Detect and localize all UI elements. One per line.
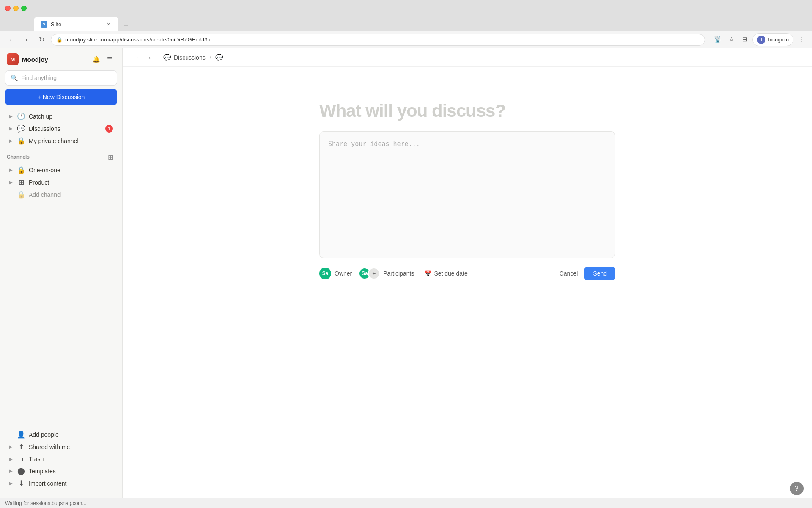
- owner-label: Owner: [335, 270, 352, 277]
- search-icon: 🔍: [11, 75, 18, 81]
- browser-tab[interactable]: S Slite ✕: [34, 17, 118, 31]
- discussion-body-input[interactable]: [319, 131, 615, 258]
- sidebar-item-discussions[interactable]: ▶ 💬 Discussions 1: [3, 122, 120, 135]
- sidebar-item-one-on-one[interactable]: ▶ 🔒 One-on-one: [3, 164, 120, 176]
- new-discussion-label: + New Discussion: [38, 94, 85, 100]
- due-date-button[interactable]: 📅 Set due date: [421, 268, 471, 279]
- shared-with-me-icon: ⬆: [17, 443, 25, 451]
- new-tab-button[interactable]: +: [120, 19, 132, 31]
- chevron-icon: ▶: [9, 444, 13, 449]
- new-discussion-button[interactable]: + New Discussion: [5, 89, 117, 105]
- import-content-icon: ⬇: [17, 479, 25, 487]
- discussion-form: [319, 101, 615, 260]
- breadcrumb-new-icon: 💬: [215, 54, 223, 61]
- send-button[interactable]: Send: [584, 267, 615, 280]
- lock-icon: 🔒: [56, 37, 63, 43]
- owner-section: Sa Owner: [319, 268, 352, 279]
- sidebar-item-private-channel[interactable]: ▶ 🔒 My private channel: [3, 135, 120, 147]
- sidebar-item-add-channel[interactable]: ▶ 🔒 Add channel: [3, 188, 120, 201]
- chevron-icon: ▶: [9, 457, 13, 461]
- discussion-create-area: Sa Owner Sa + Participants 📅 Set due dat…: [123, 67, 812, 498]
- chevron-icon: ▶: [9, 180, 13, 185]
- cast-icon[interactable]: 📡: [712, 33, 724, 45]
- participants-label: Participants: [383, 270, 414, 277]
- trash-label: Trash: [29, 456, 113, 462]
- discussions-icon: 💬: [17, 124, 25, 133]
- search-placeholder-text: Find anything: [21, 75, 57, 81]
- workspace-name[interactable]: M Moodjoy: [7, 53, 48, 65]
- breadcrumb-new-discussion[interactable]: 💬: [213, 52, 226, 63]
- sidebar-item-catch-up[interactable]: ▶ 🕐 Catch up: [3, 110, 120, 122]
- sidebar-item-trash[interactable]: ▶ 🗑 Trash: [3, 453, 120, 465]
- layout-button[interactable]: ☰: [104, 53, 115, 65]
- header-actions: 🔔 ☰: [90, 53, 115, 65]
- participants-avatars: Sa +: [359, 268, 380, 279]
- url-bar[interactable]: 🔒 moodjoy.slite.com/app/discussions/crea…: [51, 34, 705, 46]
- product-label: Product: [29, 179, 113, 186]
- sidebar-item-product[interactable]: ▶ ⊞ Product: [3, 176, 120, 188]
- private-channel-label: My private channel: [29, 138, 113, 144]
- catch-up-icon: 🕐: [17, 112, 25, 120]
- url-text: moodjoy.slite.com/app/discussions/create…: [65, 36, 211, 43]
- due-date-label: Set due date: [434, 270, 467, 277]
- sidebar-item-shared-with-me[interactable]: ▶ ⬆ Shared with me: [3, 441, 120, 453]
- add-people-icon: 👤: [17, 431, 25, 439]
- reload-button[interactable]: ↻: [36, 34, 47, 46]
- notifications-button[interactable]: 🔔: [90, 53, 102, 65]
- breadcrumb-bar: ‹ › 💬 Discussions / 💬: [123, 48, 812, 67]
- profile-button[interactable]: I Incognito: [752, 33, 793, 46]
- chevron-icon: ▶: [9, 481, 13, 486]
- browser-chrome: S Slite ✕ + ‹ › ↻ 🔒 moodjoy.slite.com/ap…: [0, 0, 812, 48]
- breadcrumb-nav: ‹ ›: [131, 52, 156, 64]
- address-bar: ‹ › ↻ 🔒 moodjoy.slite.com/app/discussion…: [0, 31, 812, 48]
- add-participant-button[interactable]: +: [368, 268, 380, 279]
- sidebar-item-templates[interactable]: ▶ ⬤ Templates: [3, 465, 120, 477]
- help-button[interactable]: ?: [790, 482, 804, 495]
- breadcrumb-discussions-label: Discussions: [174, 54, 206, 61]
- minimize-traffic-light[interactable]: [13, 6, 19, 11]
- sidebar-icon[interactable]: ⊟: [739, 33, 751, 45]
- catch-up-label: Catch up: [29, 113, 113, 120]
- import-content-label: Import content: [29, 480, 113, 487]
- profile-label: Incognito: [768, 37, 789, 43]
- sidebar-header: M Moodjoy 🔔 ☰: [0, 48, 122, 69]
- discussions-badge: 1: [105, 125, 113, 133]
- browser-toolbar: 📡 ☆ ⊟ I Incognito ⋮: [712, 33, 807, 46]
- breadcrumb-discussions[interactable]: 💬 Discussions: [161, 52, 208, 63]
- private-channel-icon: 🔒: [17, 137, 25, 145]
- discussion-actions-bar: Sa Owner Sa + Participants 📅 Set due dat…: [319, 267, 615, 280]
- channels-section-title: Channels: [7, 154, 30, 160]
- status-text: Waiting for sessions.bugsnag.com...: [5, 500, 86, 506]
- tab-favicon: S: [41, 21, 47, 28]
- cancel-button[interactable]: Cancel: [553, 267, 585, 280]
- chevron-icon: ▶: [9, 469, 13, 473]
- maximize-traffic-light[interactable]: [21, 6, 27, 11]
- chevron-icon: ▶: [9, 168, 13, 172]
- forward-button[interactable]: ›: [20, 34, 32, 46]
- templates-label: Templates: [29, 468, 113, 475]
- participants-section[interactable]: Sa + Participants: [359, 268, 414, 279]
- workspace-label: Moodjoy: [22, 56, 48, 63]
- chevron-icon: ▶: [9, 114, 13, 119]
- add-channel-icon-btn[interactable]: ⊞: [105, 152, 115, 162]
- tab-close-button[interactable]: ✕: [105, 21, 112, 28]
- sidebar-item-import-content[interactable]: ▶ ⬇ Import content: [3, 477, 120, 489]
- sidebar: M Moodjoy 🔔 ☰ 🔍 Find anything + New Disc…: [0, 48, 123, 498]
- tab-title: Slite: [51, 21, 61, 28]
- breadcrumb-forward-button[interactable]: ›: [144, 52, 156, 64]
- bookmark-icon[interactable]: ☆: [725, 33, 737, 45]
- trash-icon: 🗑: [17, 455, 25, 463]
- channels-section-header: Channels ⊞: [0, 147, 122, 164]
- chevron-icon: ▶: [9, 138, 13, 143]
- profile-icon: I: [757, 36, 765, 44]
- discussion-title-input[interactable]: [319, 101, 615, 121]
- close-traffic-light[interactable]: [5, 6, 11, 11]
- back-button[interactable]: ‹: [5, 34, 17, 46]
- owner-avatar: Sa: [319, 268, 331, 279]
- breadcrumb-back-button[interactable]: ‹: [131, 52, 143, 64]
- menu-button[interactable]: ⋮: [795, 33, 807, 45]
- search-bar[interactable]: 🔍 Find anything: [5, 70, 117, 86]
- templates-icon: ⬤: [17, 467, 25, 475]
- sidebar-item-add-people[interactable]: ▶ 👤 Add people: [3, 428, 120, 441]
- one-on-one-label: One-on-one: [29, 167, 113, 174]
